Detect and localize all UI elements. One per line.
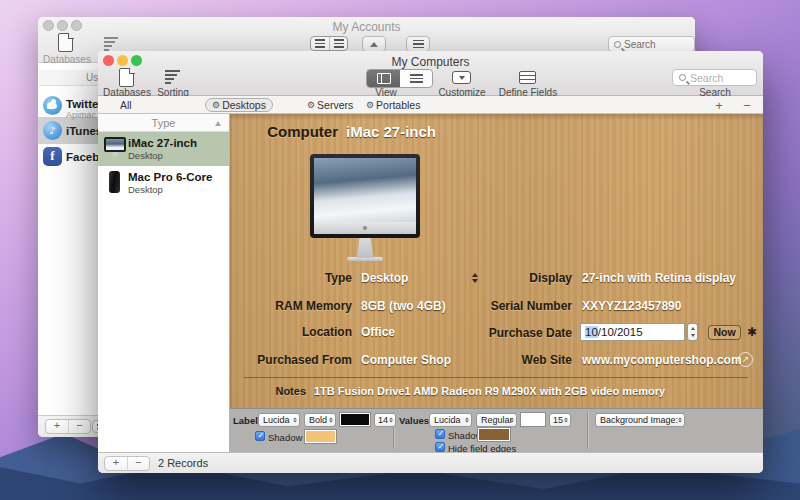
slideshow-button[interactable] bbox=[362, 36, 386, 52]
values-weight-popup[interactable]: Regular bbox=[476, 413, 517, 427]
field-label-location: Location bbox=[230, 325, 352, 339]
open-url-icon[interactable]: ↗ bbox=[738, 352, 753, 367]
add-tab-button[interactable]: + bbox=[712, 98, 726, 113]
labels-font-popup[interactable]: Lucida bbox=[258, 413, 300, 427]
records-list-panel: Type iMac 27-inch Desktop Mac Pro 6-Core… bbox=[98, 114, 230, 452]
search-input[interactable] bbox=[624, 39, 689, 50]
row-subtitle: Desktop bbox=[128, 184, 163, 195]
labels-shadow-label: Shadow bbox=[268, 432, 302, 443]
list-header-type[interactable]: Type bbox=[98, 114, 229, 132]
search-icon bbox=[614, 41, 621, 48]
macpro-thumbnail bbox=[109, 171, 120, 193]
databases-icon[interactable] bbox=[58, 33, 73, 52]
field-value-type[interactable]: Desktop bbox=[361, 271, 408, 285]
account-itunes[interactable]: iTunes bbox=[66, 125, 102, 137]
sort-ascending-icon bbox=[215, 121, 221, 126]
field-label-ram: RAM Memory bbox=[230, 299, 352, 313]
date-selected-segment[interactable]: 10 bbox=[585, 326, 598, 338]
field-label-notes: Notes bbox=[230, 385, 306, 397]
field-value-notes[interactable]: 1TB Fusion Drive1 AMD Radeon R9 M290X wi… bbox=[314, 385, 665, 397]
values-font-value: Lucida bbox=[434, 415, 461, 425]
sorting-icon[interactable] bbox=[165, 70, 180, 84]
tab-all-label: All bbox=[120, 99, 132, 111]
field-value-serial[interactable]: XXYYZ123457890 bbox=[582, 299, 681, 313]
clear-date-asterisk-icon[interactable]: ✱ bbox=[747, 325, 757, 339]
imac-thumbnail bbox=[104, 137, 126, 156]
labels-shadow-checkbox[interactable] bbox=[255, 431, 265, 441]
facebook-icon: f bbox=[43, 147, 62, 166]
add-remove-record-buttons[interactable]: + − bbox=[104, 456, 150, 471]
databases-toolbar-label: Databases bbox=[38, 54, 96, 65]
labels-shadow-color-well[interactable] bbox=[305, 430, 336, 443]
field-value-display[interactable]: 27-inch with Retina display bbox=[582, 271, 736, 285]
values-weight-value: Regular bbox=[481, 415, 513, 425]
add-remove-database-buttons[interactable]: + − bbox=[45, 419, 91, 434]
row-subtitle: Desktop bbox=[128, 150, 163, 161]
values-color-well[interactable] bbox=[521, 413, 545, 426]
search-field-inactive[interactable] bbox=[608, 36, 695, 52]
databases-icon[interactable] bbox=[119, 68, 134, 87]
values-font-popup[interactable]: Lucida bbox=[429, 413, 472, 427]
tab-portables[interactable]: ⚙ Portables bbox=[360, 98, 426, 112]
format-panel: Labels: Lucida Bold 14 Shadow Values: Lu… bbox=[230, 408, 763, 452]
field-label-computer: Computer bbox=[230, 123, 338, 140]
view-mode-segmented-control[interactable] bbox=[310, 36, 348, 51]
my-computers-toolbar: My Computers Databases Sorting View Cust… bbox=[98, 51, 763, 96]
record-photo-imac[interactable] bbox=[310, 154, 420, 261]
field-label-purchase-date: Purchase Date bbox=[422, 326, 572, 340]
row-title: Mac Pro 6-Core bbox=[128, 171, 212, 183]
window-title: My Accounts bbox=[38, 20, 695, 34]
date-rest-segment[interactable]: /10/2015 bbox=[598, 326, 643, 338]
customize-icon[interactable] bbox=[452, 71, 471, 84]
up-triangle-icon bbox=[370, 42, 378, 47]
search-field[interactable] bbox=[672, 69, 757, 86]
tab-servers[interactable]: ⚙ Servers bbox=[301, 98, 359, 112]
list-row-macpro[interactable]: Mac Pro 6-Core Desktop bbox=[98, 166, 229, 200]
gear-icon: ⚙ bbox=[307, 100, 315, 110]
values-shadow-color-well[interactable] bbox=[478, 428, 510, 441]
view-segmented-control[interactable] bbox=[366, 69, 433, 88]
values-shadow-checkbox[interactable] bbox=[435, 429, 445, 439]
field-label-display: Display bbox=[422, 271, 572, 285]
now-button[interactable]: Now bbox=[708, 325, 741, 340]
search-input[interactable] bbox=[690, 72, 750, 84]
field-value-computer[interactable]: iMac 27-inch bbox=[346, 123, 436, 140]
field-label-website: Web Site bbox=[422, 353, 572, 367]
tab-all[interactable]: All bbox=[114, 98, 138, 112]
add-record-button[interactable]: + bbox=[105, 457, 127, 470]
background-image-value: Background Image: bbox=[600, 415, 678, 425]
date-stepper[interactable] bbox=[687, 323, 698, 341]
field-value-website[interactable]: www.mycomputershop.com bbox=[582, 353, 742, 367]
values-size-popup[interactable]: 15 bbox=[549, 413, 571, 427]
define-fields-icon[interactable] bbox=[519, 71, 536, 84]
columns-view-icon[interactable] bbox=[311, 37, 329, 50]
sorting-icon[interactable] bbox=[104, 37, 118, 51]
hide-field-edges-checkbox[interactable] bbox=[435, 442, 445, 452]
form-view-icon[interactable] bbox=[367, 70, 400, 87]
field-label-serial: Serial Number bbox=[422, 299, 572, 313]
field-label-purchased-from: Purchased From bbox=[230, 353, 352, 367]
purchase-date-input[interactable]: 10/10/2015 bbox=[580, 323, 685, 341]
field-label-type: Type bbox=[230, 271, 352, 285]
rows-button[interactable] bbox=[406, 36, 430, 52]
tab-servers-label: Servers bbox=[317, 99, 353, 111]
list-row-imac[interactable]: iMac 27-inch Desktop bbox=[98, 132, 229, 166]
tab-portables-label: Portables bbox=[376, 99, 420, 111]
labels-color-well[interactable] bbox=[340, 413, 370, 426]
window-title: My Computers bbox=[98, 55, 763, 69]
field-value-location[interactable]: Office bbox=[361, 325, 395, 339]
list-view-icon[interactable] bbox=[400, 70, 432, 87]
itunes-icon: ♪ bbox=[43, 121, 62, 140]
labels-weight-popup[interactable]: Bold bbox=[304, 413, 336, 427]
background-image-popup[interactable]: Background Image: bbox=[595, 413, 685, 427]
labels-size-popup[interactable]: 14 bbox=[374, 413, 396, 427]
window-my-computers: My Computers Databases Sorting View Cust… bbox=[98, 51, 763, 473]
remove-record-button[interactable]: − bbox=[127, 457, 149, 470]
remove-database-button[interactable]: − bbox=[68, 420, 90, 433]
add-database-button[interactable]: + bbox=[46, 420, 68, 433]
tab-desktops-selected[interactable]: ⚙ Desktops bbox=[205, 98, 273, 112]
remove-tab-button[interactable]: − bbox=[740, 98, 754, 113]
rows-icon bbox=[413, 40, 424, 49]
list-view-icon[interactable] bbox=[329, 37, 347, 50]
list-header-label: Type bbox=[98, 114, 229, 132]
